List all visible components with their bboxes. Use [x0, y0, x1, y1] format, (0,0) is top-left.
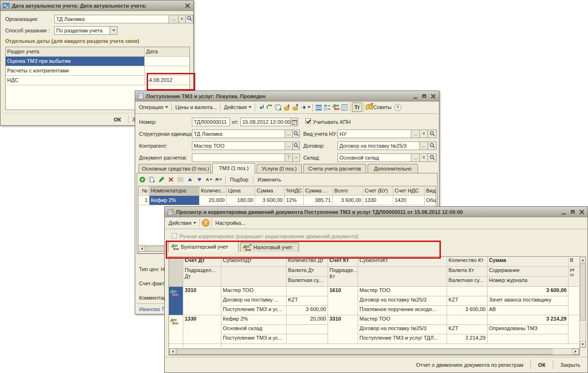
prices-currency-button[interactable]: Цены и валюта... [173, 104, 219, 111]
cell-num[interactable]: 1 [139, 196, 149, 205]
cell-account-dt[interactable]: 3310 [183, 287, 221, 315]
nu-open-button[interactable] [428, 130, 437, 138]
method-combobox[interactable]: По разделам учета [54, 26, 110, 35]
row-structure-icon[interactable] [314, 103, 323, 111]
cell-subconto-kt2[interactable]: Договор на поставку №25/3 [358, 325, 447, 334]
cell-subconto-dt3[interactable]: Поступление ТМЗ и ус... [221, 306, 286, 315]
cell-total[interactable]: 3 600,00 [333, 196, 363, 205]
section-cell[interactable]: Оценка ТМЗ при выбытии [6, 57, 145, 66]
settle-doc-type-button[interactable]: T [285, 153, 293, 162]
unit-open-button[interactable] [292, 130, 300, 138]
cell-subconto-dt1[interactable]: Мастер ТОО [221, 287, 286, 296]
nu-field[interactable]: НУ [338, 130, 411, 138]
tab-tax[interactable]: ДтНКт Налоговый учет [240, 242, 299, 252]
number-field[interactable]: ТДЛ00000011 [192, 118, 230, 126]
totals-toggle-button[interactable]: Тг [352, 102, 362, 112]
ok-button[interactable]: ОК [536, 362, 547, 368]
table-row[interactable]: НДС 14.08.2012 [6, 76, 189, 85]
method-dropdown-button[interactable] [110, 26, 118, 35]
cell-sum[interactable]: 3 214,29 [488, 315, 568, 325]
org-field[interactable]: ТД Лакомка [54, 15, 169, 23]
warehouse-open-button[interactable] [428, 153, 437, 162]
add-row-button[interactable] [138, 176, 147, 184]
cell-vat-pct[interactable]: 12% [285, 196, 304, 205]
copy-add-icon[interactable] [274, 103, 282, 111]
win3-titlebar[interactable]: Просмотр и корректировка движений докуме… [165, 207, 588, 217]
cell-currency-sum-dt[interactable]: 3 600,00 [287, 306, 328, 315]
table-row[interactable]: Оценка ТМЗ при выбытии [6, 57, 189, 66]
cell-sum[interactable]: 3 600,00 [488, 287, 568, 296]
cell-journal[interactable]: АВ [488, 306, 568, 315]
cell-content[interactable]: Оприходованы ТМЗ [488, 325, 568, 334]
close-button[interactable] [184, 2, 191, 9]
maximize-button[interactable] [420, 93, 428, 100]
tab-fixed-assets[interactable]: Основные средства (0 поз.) [139, 164, 211, 173]
warehouse-select-button[interactable]: ... [411, 153, 420, 162]
date-cell[interactable] [145, 57, 189, 66]
move-down-button[interactable] [195, 176, 204, 184]
nu-clear-button[interactable]: × [419, 130, 428, 138]
scroll-up-button[interactable] [580, 257, 586, 263]
cell-subconto-kt3[interactable]: Поступление ТМЗ и услуг ТДЛ... [358, 334, 447, 344]
win1-titlebar[interactable]: Дата актуальности учета: Дата актуальнос… [0, 0, 193, 11]
contract-field[interactable]: Договор на поставку №25/3 [338, 141, 420, 150]
ok-button[interactable]: ОК [114, 117, 121, 122]
cell-subconto-kt2[interactable]: Договор на поставку №25/3 [358, 296, 447, 306]
manual-correction-checkbox[interactable] [171, 233, 177, 239]
nu-select-button[interactable]: ... [411, 130, 420, 138]
post-document-icon[interactable] [257, 103, 265, 111]
posting-row[interactable]: ДтКт 3310 Мастер ТОО Договор на поставку… [169, 287, 579, 315]
help-icon[interactable]: ? [393, 103, 402, 111]
copy-row-button[interactable] [148, 176, 156, 184]
responsible-user-link[interactable]: Иванова Т. [139, 306, 165, 312]
cell-sum[interactable]: 3 600,00 [255, 196, 285, 205]
help-icon[interactable]: ? [201, 219, 210, 227]
change-button[interactable]: Изменить [256, 176, 283, 183]
pick-button[interactable]: Подбор [228, 176, 250, 183]
posting-row[interactable]: ДтКт 1330 Кефир 2% Основной склад Поступ… [169, 315, 579, 344]
scroll-thumb[interactable] [176, 349, 552, 354]
cell-currency-dt[interactable] [287, 325, 328, 334]
postings-vscrollbar[interactable] [579, 256, 586, 348]
scroll-left-button[interactable] [169, 349, 176, 354]
tab-additional[interactable]: Дополнительно [368, 164, 418, 173]
cell-subconto-dt3[interactable]: Поступление ТМЗ и ус... [221, 334, 286, 344]
unit-select-button[interactable]: ... [285, 130, 293, 138]
tab-settlement-accounts[interactable]: Счета учета расчетов [303, 164, 366, 173]
tab-accounting[interactable]: ДтКт Бухгалтерский учет [168, 242, 239, 252]
cell-subconto-dt1[interactable]: Кефир 2% [221, 315, 286, 325]
unit-field[interactable]: ТД Лакомка [192, 130, 285, 138]
contract-open-button[interactable] [428, 141, 437, 150]
cell-kind[interactable]: Общ [425, 196, 436, 205]
cell-currency-sum-kt[interactable]: 3 600,00 [447, 306, 487, 315]
kpn-checkbox[interactable] [305, 118, 311, 124]
cell-qty[interactable]: 20,000 [199, 196, 227, 205]
cell-vat-sum[interactable]: 385,71 [304, 196, 333, 205]
org-clear-button[interactable]: × [178, 15, 186, 23]
delete-row-button[interactable] [167, 176, 175, 184]
goods-in-icon[interactable] [282, 103, 291, 111]
maximize-button[interactable] [569, 209, 576, 215]
tab-tmz[interactable]: ТМЗ (1 поз.) [212, 163, 255, 173]
cell-account[interactable]: 1330 [363, 196, 393, 205]
sort-desc-button[interactable]: Я [214, 176, 223, 184]
items-grid-row[interactable]: 1 Кефир 2% 20,000 180,00 3 600,00 12% 38… [139, 196, 436, 205]
operation-menu[interactable]: Операция [137, 104, 170, 111]
move-up-button[interactable] [186, 176, 194, 184]
cell-account-dt[interactable]: 1330 [183, 315, 221, 344]
edit-row-button[interactable] [157, 176, 166, 184]
advice-book-icon[interactable]: ? [366, 103, 373, 111]
table-row[interactable]: Расчеты с контрагентами [6, 66, 189, 76]
cell-price[interactable]: 180,00 [227, 196, 255, 205]
contract-select-button[interactable]: ... [419, 141, 428, 150]
scroll-left-button[interactable] [139, 246, 145, 252]
scroll-down-button[interactable] [580, 341, 586, 347]
cell-qty-dt[interactable]: 20,000 [287, 315, 328, 325]
cell-vat-account[interactable]: 1420 [393, 196, 425, 205]
advice-button[interactable]: Советы [373, 104, 393, 111]
journal-icon[interactable] [340, 103, 349, 111]
actions-menu[interactable]: Действия [167, 220, 198, 226]
cell-currency-kt[interactable]: KZT [447, 325, 487, 334]
goods-out-icon[interactable] [291, 103, 299, 111]
contractor-select-button[interactable]: ... [285, 141, 293, 150]
